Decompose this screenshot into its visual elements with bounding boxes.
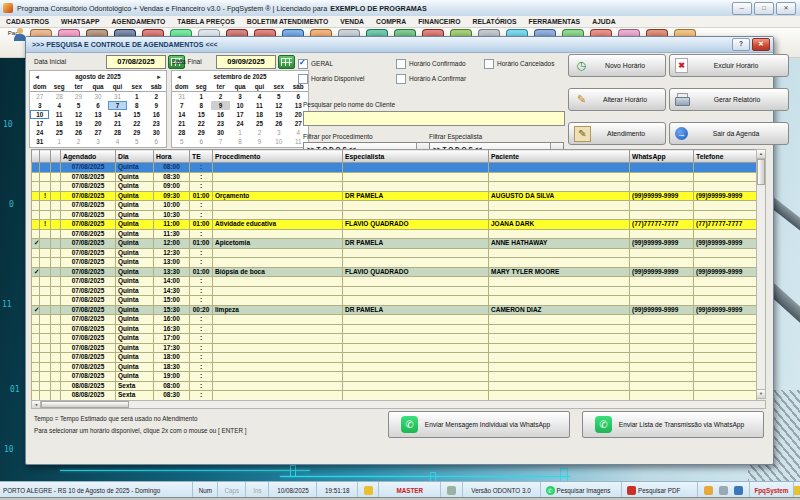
schedule-row[interactable]: ✓07/08/2025Quinta15:3000:20limpezaDR PAM…: [32, 305, 757, 315]
calendar-day[interactable]: 7: [211, 137, 230, 146]
calendar-day[interactable]: 8: [230, 137, 249, 146]
schedule-row[interactable]: 07/08/2025Quinta08:00:: [32, 163, 757, 173]
calendar-day[interactable]: 21: [108, 119, 127, 128]
calendar-day[interactable]: 2: [250, 128, 269, 137]
calendar-day[interactable]: 26: [269, 119, 288, 128]
column-header-dia[interactable]: Dia: [116, 150, 154, 163]
calendar-day[interactable]: 24: [230, 119, 249, 128]
calendar-day[interactable]: 6: [191, 137, 210, 146]
calendar-day[interactable]: 26: [69, 128, 88, 137]
schedule-row[interactable]: 07/08/2025Quinta11:30:: [32, 229, 757, 239]
novo-horario-button[interactable]: ◷Novo Horário: [568, 54, 666, 77]
search-client-input[interactable]: [303, 111, 565, 126]
menu-item-ferramentas[interactable]: FERRAMENTAS: [523, 18, 587, 25]
calendar-day[interactable]: 6: [289, 92, 308, 101]
calendar-day[interactable]: 1: [49, 137, 68, 146]
schedule-row[interactable]: 07/08/2025Quinta14:30:: [32, 286, 757, 296]
calendar-day[interactable]: 2: [69, 137, 88, 146]
checkbox-horario-confirmado[interactable]: Horário Confirmado: [396, 59, 484, 69]
schedule-row[interactable]: 08/08/2025Sexta08:30:: [32, 391, 757, 401]
vertical-scroll-thumb[interactable]: [757, 159, 765, 185]
monitor-icon[interactable]: [734, 486, 743, 495]
calendar-day[interactable]: 5: [172, 137, 191, 146]
menu-item-boletim-atendimento[interactable]: BOLETIM ATENDIMENTO: [241, 18, 334, 25]
schedule-row[interactable]: 07/08/2025Quinta10:00:: [32, 201, 757, 211]
calendar-day[interactable]: 24: [30, 128, 49, 137]
calendar-day[interactable]: 10: [230, 101, 249, 110]
calendar-day[interactable]: 5: [69, 101, 88, 110]
folder-icon[interactable]: [704, 486, 713, 495]
menu-item-whatsapp[interactable]: WHATSAPP: [55, 18, 105, 25]
calendar-day[interactable]: 18: [250, 110, 269, 119]
calendar-day[interactable]: 1: [191, 92, 210, 101]
calendar-day[interactable]: 30: [211, 128, 230, 137]
schedule-row[interactable]: 07/08/2025Quinta15:00:: [32, 296, 757, 306]
calendar-day[interactable]: 4: [250, 92, 269, 101]
calendar-day[interactable]: 19: [269, 110, 288, 119]
calendar-day[interactable]: 31: [30, 137, 49, 146]
calendar-day[interactable]: 29: [69, 92, 88, 101]
calendar-day[interactable]: 19: [69, 119, 88, 128]
sair-da-agenda-button[interactable]: →Sair da Agenda: [669, 122, 789, 145]
calendar-day[interactable]: 25: [49, 128, 68, 137]
calendar-day[interactable]: 3: [30, 101, 49, 110]
calendar-day[interactable]: 30: [88, 92, 107, 101]
calendar-day[interactable]: 22: [127, 119, 146, 128]
menu-item-financeiro[interactable]: FINANCEIRO: [412, 18, 466, 25]
send-broadcast-whatsapp-button[interactable]: ✆ Enviar Lista de Transmissão via WhatsA…: [582, 411, 764, 438]
calendar-day[interactable]: 23: [211, 119, 230, 128]
menu-item-agendamento[interactable]: AGENDAMENTO: [105, 18, 171, 25]
calendar-day[interactable]: 9: [147, 101, 166, 110]
alterar-horario-button[interactable]: ✎Alterar Horário: [568, 88, 666, 111]
schedule-row[interactable]: 07/08/2025Quinta13:00:: [32, 258, 757, 268]
calendar-day[interactable]: 6: [88, 101, 107, 110]
status-search-pdf[interactable]: Pesquisar PDF: [622, 482, 698, 498]
calendar-day[interactable]: 14: [108, 110, 127, 119]
calendar-day[interactable]: 12: [269, 101, 288, 110]
calendar-day[interactable]: 22: [191, 119, 210, 128]
schedule-row[interactable]: 07/08/2025Quinta10:30:: [32, 210, 757, 220]
calendar-day[interactable]: 14: [172, 110, 191, 119]
checkbox-horario-cancelados[interactable]: Horário Cancelados: [484, 59, 573, 69]
menu-item-tabela-precos[interactable]: TABELA PREÇOS: [171, 18, 240, 25]
column-header-especialista[interactable]: Especialista: [343, 150, 489, 163]
calendar-day[interactable]: 5: [127, 137, 146, 146]
calendar-day[interactable]: 28: [172, 128, 191, 137]
printer-icon[interactable]: [719, 486, 728, 495]
calendar-day[interactable]: 2: [147, 92, 166, 101]
calendar-day[interactable]: 4: [49, 101, 68, 110]
calendar-day[interactable]: 8: [127, 101, 146, 110]
column-header-mark0[interactable]: [32, 150, 40, 163]
column-header-telefone[interactable]: Telefone: [694, 150, 757, 163]
atendimento-button[interactable]: ✎Atendimento: [568, 122, 666, 145]
calendar-day[interactable]: 2: [211, 92, 230, 101]
calendar-day[interactable]: 5: [269, 92, 288, 101]
calendar-day[interactable]: 28: [108, 128, 127, 137]
schedule-row[interactable]: 07/08/2025Quinta08:30:: [32, 172, 757, 182]
checkbox-geral[interactable]: GERAL: [298, 59, 396, 69]
menu-item-relatorios[interactable]: RELATÓRIOS: [466, 18, 522, 25]
status-search-images[interactable]: ✆Pesquisar Imagens: [541, 482, 623, 498]
scroll-down-icon[interactable]: ▼: [757, 389, 765, 398]
schedule-row[interactable]: !07/08/2025Quinta11:0001:00Atividade edu…: [32, 220, 757, 230]
calendar-day[interactable]: 28: [49, 92, 68, 101]
menu-item-cadastros[interactable]: CADASTROS: [0, 18, 55, 25]
maximize-icon[interactable]: [754, 2, 774, 15]
calendar-day[interactable]: 8: [191, 101, 210, 110]
calendar-day[interactable]: 12: [69, 110, 88, 119]
menu-item-ajuda[interactable]: AJUDA: [586, 18, 621, 25]
date-end-field[interactable]: 09/09/2025: [216, 55, 276, 69]
column-header-mark2[interactable]: [51, 150, 61, 163]
calendar-next-icon[interactable]: ►: [156, 74, 162, 80]
date-end-calendar-button[interactable]: [278, 55, 295, 69]
menu-item-venda[interactable]: VENDA: [334, 18, 370, 25]
calendar-day[interactable]: 7: [172, 101, 191, 110]
schedule-row[interactable]: 07/08/2025Quinta09:00:: [32, 182, 757, 192]
date-start-field[interactable]: 07/08/2025: [106, 55, 166, 69]
calendar-day[interactable]: 25: [250, 119, 269, 128]
calendar-day[interactable]: 6: [147, 137, 166, 146]
dialog-close-icon[interactable]: [752, 38, 770, 51]
calendar-day[interactable]: 15: [127, 110, 146, 119]
checkbox-horario-a-confirmar[interactable]: Horário A Confirmar: [396, 74, 484, 84]
horizontal-scroll-thumb[interactable]: [41, 401, 129, 408]
